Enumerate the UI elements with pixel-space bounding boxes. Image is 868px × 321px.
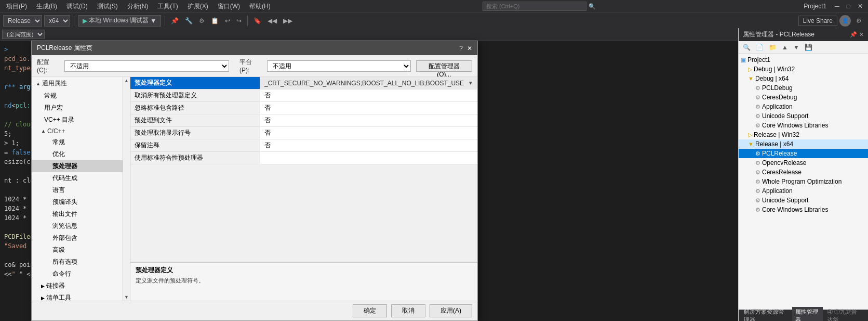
- tree-item-general[interactable]: 常规: [32, 90, 130, 102]
- st-opencvrelease[interactable]: ⚙ OpencvRelease: [739, 158, 868, 168]
- tree-item-codegen[interactable]: 代码生成: [32, 172, 130, 184]
- config-select[interactable]: 不适用: [64, 60, 229, 72]
- bookmark-icon[interactable]: 🔖: [251, 16, 263, 25]
- st-corewin-debug[interactable]: ⚙ Core Windows Libraries: [739, 121, 868, 130]
- rp-folder-icon[interactable]: 📁: [767, 43, 779, 52]
- cpp-expand-icon: ▲: [41, 129, 46, 134]
- st-debug-x64[interactable]: ▼ Debug | x64: [739, 74, 868, 83]
- window-minimize[interactable]: ─: [832, 3, 843, 10]
- window-maximize[interactable]: □: [844, 3, 853, 10]
- st-whole-program[interactable]: ⚙ Whole Program Optimization: [739, 177, 868, 186]
- dialog-close-btn[interactable]: ✕: [467, 45, 472, 52]
- user-avatar[interactable]: 👤: [839, 15, 851, 27]
- toolbar-icon-3[interactable]: ⚙: [197, 16, 207, 25]
- st-unicode-debug[interactable]: ⚙ Unicode Support: [739, 111, 868, 121]
- prop-row-ignore-std[interactable]: 忽略标准包含路径 否: [130, 102, 477, 114]
- cancel-button[interactable]: 取消: [391, 304, 425, 317]
- toolbar-icon-2[interactable]: 🔧: [183, 16, 195, 25]
- tree-item-usermacro[interactable]: 用户宏: [32, 102, 130, 114]
- st-application-release[interactable]: ⚙ Application: [739, 186, 868, 196]
- st-ceresdebug[interactable]: ⚙ CeresDebug: [739, 93, 868, 102]
- play-button[interactable]: ▶ 本地 Windows 调试器 ▼: [78, 15, 161, 27]
- prop-row-std-conform[interactable]: 使用标准符合性预处理器: [130, 152, 477, 164]
- tree-item-optimize[interactable]: 优化: [32, 148, 130, 160]
- platform-select[interactable]: x64: [44, 15, 70, 27]
- menu-item-analyze[interactable]: 分析(N): [123, 1, 153, 12]
- rp-down-icon[interactable]: ▼: [791, 43, 802, 52]
- prop-row-cancel-all[interactable]: 取消所有预处理器定义 否: [130, 89, 477, 102]
- prop-row-suppress-lineno[interactable]: 预处理取消显示行号 否: [130, 127, 477, 139]
- toolbar-icon-6[interactable]: ↪: [234, 16, 244, 25]
- st-debug-win32[interactable]: ▷ Debug | Win32: [739, 65, 868, 74]
- tree-scroll-up[interactable]: ▲: [123, 77, 130, 84]
- bookmark-next-icon[interactable]: ▶▶: [281, 16, 295, 25]
- config-manager-btn[interactable]: 配置管理器(O)...: [416, 60, 472, 72]
- toolbar-divider-2: [165, 16, 165, 26]
- menu-item-extend[interactable]: 扩展(X): [183, 1, 212, 12]
- menu-item-build[interactable]: 生成(B): [32, 1, 61, 12]
- menu-item-debug[interactable]: 调试(D): [62, 1, 92, 12]
- prop-row-preprocess-to-file[interactable]: 预处理到文件 否: [130, 114, 477, 127]
- tree-scroll-down[interactable]: ▼: [123, 293, 130, 301]
- tab-properties-manager[interactable]: 属性管理器: [792, 307, 823, 322]
- tree-item-pch[interactable]: 预编译头: [32, 196, 130, 208]
- ok-button[interactable]: 确定: [353, 304, 387, 317]
- dropdown-val-icon[interactable]: ▼: [468, 80, 473, 86]
- menu-item-project[interactable]: 项目(P): [2, 1, 31, 12]
- platform-select[interactable]: 不适用: [267, 60, 411, 72]
- rp-save-icon[interactable]: 💾: [803, 43, 814, 52]
- dialog-help-btn[interactable]: ?: [459, 45, 463, 52]
- tree-item-browse[interactable]: 浏览信息: [32, 220, 130, 232]
- tab-solution-explorer[interactable]: 解决方案资源管理器: [741, 307, 791, 322]
- tree-section-linker[interactable]: ▶ 链接器: [32, 280, 130, 292]
- st-unicode-release[interactable]: ⚙ Unicode Support: [739, 196, 868, 205]
- wrench-icon-3: ⚙: [755, 104, 760, 110]
- unicode-debug-label: Unicode Support: [762, 112, 808, 120]
- menu-item-test[interactable]: 测试(S): [93, 1, 122, 12]
- toolbar-icon-5[interactable]: ↩: [223, 16, 232, 25]
- platform-label: 平台(P):: [239, 58, 262, 74]
- tree-item-vcdirs[interactable]: VC++ 目录: [32, 114, 130, 126]
- scope-select[interactable]: (全局范围): [2, 30, 45, 39]
- menu-item-help[interactable]: 帮助(H): [245, 1, 275, 12]
- st-release-x64[interactable]: ▼ Release | x64: [739, 139, 868, 149]
- menu-item-tools[interactable]: 工具(T): [153, 1, 182, 12]
- apply-button[interactable]: 应用(A): [430, 304, 472, 317]
- tree-item-external[interactable]: 外部包含: [32, 232, 130, 244]
- st-corewin-release[interactable]: ⚙ Core Windows Libraries: [739, 205, 868, 214]
- window-close[interactable]: ✕: [854, 3, 866, 10]
- tree-item-preprocessor[interactable]: 预处理器: [32, 160, 130, 172]
- tree-section-cpp[interactable]: ▲ C/C++: [32, 126, 130, 136]
- st-application-debug[interactable]: ⚙ Application: [739, 102, 868, 111]
- st-ceresrelease[interactable]: ⚙ CeresRelease: [739, 168, 868, 177]
- search-input[interactable]: [483, 2, 586, 11]
- tree-item-cpp-general[interactable]: 常规: [32, 136, 130, 148]
- wrench-icon-10: ⚙: [755, 188, 760, 195]
- build-config-select[interactable]: Release: [3, 15, 42, 27]
- toolbar-icon-1[interactable]: 📌: [169, 16, 181, 25]
- bookmark-prev-icon[interactable]: ◀◀: [265, 16, 279, 25]
- settings-icon[interactable]: ⚙: [853, 16, 865, 25]
- tree-section-manifest[interactable]: ▶ 清单工具: [32, 292, 130, 301]
- tree-section-general[interactable]: ▲ 通用属性: [32, 77, 130, 90]
- st-pcldebug[interactable]: ⚙ PCLDebug: [739, 83, 868, 93]
- st-release-win32[interactable]: ▷ Release | Win32: [739, 130, 868, 139]
- tree-item-cmdline[interactable]: 命令行: [32, 268, 130, 280]
- rp-up-icon[interactable]: ▲: [780, 43, 790, 52]
- st-project1[interactable]: ▣ Project1: [739, 55, 868, 65]
- prop-row-keep-comments[interactable]: 保留注释 否: [130, 139, 477, 152]
- prop-row-preprocessor-define[interactable]: 预处理器定义 _CRT_SECURE_NO_WARNINGS;BOOST_ALL…: [130, 77, 477, 89]
- live-share-button[interactable]: Live Share: [798, 16, 837, 26]
- tree-item-output[interactable]: 输出文件: [32, 208, 130, 220]
- toolbar-icon-4[interactable]: 📋: [209, 16, 221, 25]
- tree-item-advanced[interactable]: 高级: [32, 244, 130, 256]
- rp-add-icon[interactable]: 📄: [754, 43, 766, 52]
- tree-item-allopts[interactable]: 所有选项: [32, 256, 130, 268]
- st-pclrelease[interactable]: ⚙ PCLRelease: [739, 149, 868, 158]
- rp-search-icon[interactable]: 🔍: [741, 43, 753, 52]
- panel-pin-icon[interactable]: 📌: [850, 31, 857, 38]
- tree-item-language[interactable]: 语言: [32, 184, 130, 196]
- menu-item-window[interactable]: 窗口(W): [213, 1, 244, 12]
- prop-val-preprocessor-define[interactable]: _CRT_SECURE_NO_WARNINGS;BOOST_ALL_NO_LIB…: [260, 77, 477, 89]
- panel-close-icon[interactable]: ✕: [859, 31, 864, 38]
